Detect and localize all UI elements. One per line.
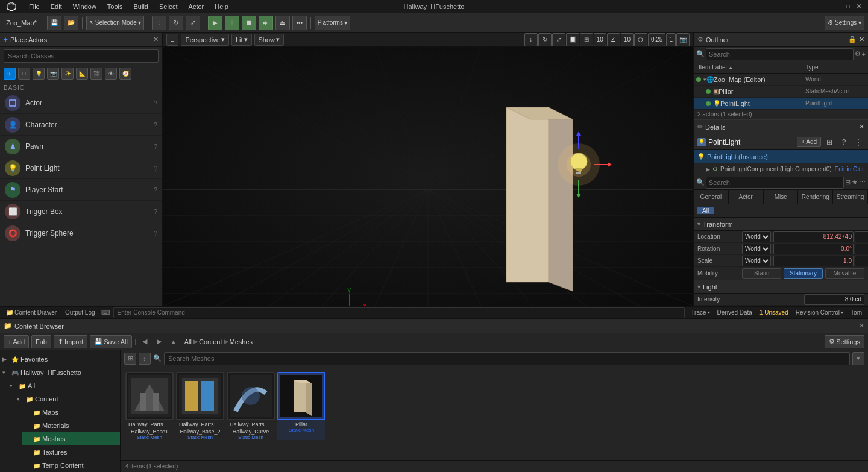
actor-tab-cinematic[interactable]: 🎬 <box>90 68 102 80</box>
window-minimize[interactable]: ─ <box>833 2 841 11</box>
viewport-perspective-btn[interactable]: Perspective▾ <box>181 34 228 46</box>
actor-help-point-light[interactable]: ? <box>154 165 157 172</box>
derived-data-btn[interactable]: Derived Data <box>715 309 755 316</box>
details-grid-btn[interactable]: ⊞ <box>823 136 835 148</box>
actor-tab-nav[interactable]: 🧭 <box>119 68 131 80</box>
actor-help-trigger-sphere[interactable]: ? <box>154 230 157 237</box>
cb-nav-up-btn[interactable]: ▲ <box>168 336 180 348</box>
actor-help-pawn[interactable]: ? <box>154 143 157 150</box>
search-classes-input[interactable] <box>4 49 159 63</box>
viewport-menu-btn[interactable]: ≡ <box>166 34 178 46</box>
tree-item-temp-content[interactable]: 📁 Temp Content <box>22 459 120 472</box>
cb-close-btn[interactable]: ✕ <box>859 322 864 330</box>
actor-help-trigger-box[interactable]: ? <box>154 208 157 215</box>
tree-item-favorites[interactable]: ▶ ⭐ Favorites <box>0 353 120 366</box>
skip-btn[interactable]: ⏭ <box>259 16 273 30</box>
details-component[interactable]: ▶ ⚙ PointLightComponent (LightComponent0… <box>694 163 868 175</box>
cb-search-input[interactable] <box>164 352 850 365</box>
menu-build[interactable]: Build <box>129 2 153 11</box>
cb-add-btn[interactable]: + Add <box>4 335 29 348</box>
location-select[interactable]: WorldLocal <box>742 231 771 242</box>
menu-help[interactable]: Help <box>210 2 233 11</box>
details-search-input[interactable] <box>706 177 844 189</box>
content-drawer-btn[interactable]: 📁 Content Drawer <box>4 309 59 316</box>
cb-search-dropdown[interactable]: ▾ <box>852 352 864 365</box>
translate-tool[interactable]: ↕ <box>524 33 538 46</box>
rotation-select[interactable]: WorldLocal <box>742 244 771 254</box>
stop-btn[interactable]: ⏹ <box>242 16 256 30</box>
edit-cpp-btn[interactable]: Edit in C++ <box>835 166 864 172</box>
details-instance[interactable]: 💡 PointLight (Instance) <box>694 150 868 163</box>
actor-tab-fx[interactable]: ✨ <box>61 68 74 80</box>
details-close-btn[interactable]: ✕ <box>859 123 864 131</box>
actor-item-character[interactable]: 👤 Character ? <box>0 114 162 136</box>
place-actors-close[interactable]: ✕ <box>153 36 159 43</box>
output-log-btn[interactable]: Output Log <box>63 309 97 316</box>
actor-item-trigger-box[interactable]: ⬜ Trigger Box ? <box>0 201 162 222</box>
cb-save-btn[interactable]: 💾 Save All <box>90 335 132 348</box>
tree-item-meshes[interactable]: 📁 Meshes <box>22 432 120 445</box>
outliner-item-point-light[interactable]: 💡 PointLight PointLight <box>694 98 868 110</box>
mobility-static-btn[interactable]: Static <box>742 268 781 279</box>
outliner-filter-icon[interactable]: ⚙ <box>697 36 703 43</box>
asset-pillar[interactable]: Pillar Static Mesh <box>277 372 326 440</box>
outliner-close-btn[interactable]: ✕ <box>859 36 864 43</box>
scale-tool[interactable]: ⤢ <box>552 33 565 46</box>
actor-help-player-start[interactable]: ? <box>154 186 157 194</box>
camera-tool[interactable]: 📷 <box>676 33 690 46</box>
scale-btn[interactable]: ⤢ <box>186 16 200 30</box>
details-bookmark-icon[interactable]: ★ <box>852 178 858 186</box>
rotate-btn[interactable]: ↻ <box>169 16 183 30</box>
intensity-input[interactable] <box>804 294 864 305</box>
actor-tab-shapes[interactable]: □ <box>18 68 30 80</box>
outliner-add-icon[interactable]: + <box>862 51 866 58</box>
visibility-dot[interactable] <box>696 77 701 82</box>
cmd-input[interactable] <box>113 307 685 318</box>
location-y-input[interactable] <box>855 231 868 242</box>
mobility-movable-btn[interactable]: Movable <box>825 268 864 279</box>
menu-edit[interactable]: Edit <box>46 2 67 11</box>
light-section-header[interactable]: ▾ Light <box>694 280 868 294</box>
outliner-item-zoo-map[interactable]: ▾ 🌐 Zoo_Map (Editor) World <box>694 74 868 86</box>
details-dots-icon[interactable]: ⋯ <box>859 178 866 186</box>
cb-nav-fwd-btn[interactable]: ▶ <box>153 336 165 348</box>
menu-window[interactable]: Window <box>68 2 101 11</box>
window-close[interactable]: ✕ <box>855 2 863 11</box>
visibility-dot-pillar[interactable] <box>706 89 711 94</box>
details-tab-streaming[interactable]: Streaming <box>833 190 868 204</box>
actor-help-actor[interactable]: ? <box>154 99 157 107</box>
outliner-col-label[interactable]: Item Label ▲ <box>696 64 805 71</box>
details-more-btn[interactable]: ⋮ <box>852 136 864 148</box>
outliner-settings-icon[interactable]: ⚙ <box>855 50 861 58</box>
unsaved-btn[interactable]: 1 Unsaved <box>757 309 791 316</box>
scale-x-input[interactable] <box>773 256 854 266</box>
more-btn[interactable]: ••• <box>292 16 307 30</box>
outliner-search-input[interactable] <box>706 48 854 60</box>
cb-nav-back-btn[interactable]: ◀ <box>139 336 151 348</box>
tree-item-project[interactable]: ▾ 🎮 Hallway_HFuschetto <box>0 366 120 379</box>
actor-tab-cam[interactable]: 📷 <box>47 68 59 80</box>
asset-hallway-base1[interactable]: Hallway_Parts_... Hallway_Base1 Static M… <box>125 372 174 440</box>
actor-tab-geo[interactable]: 📐 <box>76 68 88 80</box>
open-btn[interactable]: 📂 <box>64 16 78 30</box>
details-tab-general[interactable]: General <box>694 190 729 204</box>
scale-select[interactable]: WorldLocal <box>742 256 771 266</box>
rotation-y-input[interactable] <box>855 244 868 254</box>
details-tab-actor[interactable]: Actor <box>729 190 764 204</box>
actor-item-actor[interactable]: Actor ? <box>0 92 162 114</box>
angle-tool[interactable]: ∠ <box>607 33 620 46</box>
settings-btn[interactable]: ⚙ Settings ▾ <box>825 16 864 30</box>
cb-import-btn[interactable]: ⬆ Import <box>54 335 87 348</box>
location-x-input[interactable] <box>773 231 854 242</box>
menu-actor[interactable]: Actor <box>184 2 209 11</box>
window-maximize[interactable]: □ <box>844 2 852 11</box>
cb-fab-btn[interactable]: Fab <box>31 335 51 348</box>
cb-sort-btn[interactable]: ↕ <box>139 353 151 365</box>
actor-item-pawn[interactable]: ♟ Pawn ? <box>0 136 162 157</box>
outliner-item-pillar[interactable]: ▣ Pillar StaticMeshActor <box>694 86 868 98</box>
details-tab-misc[interactable]: Misc <box>764 190 799 204</box>
details-add-btn[interactable]: + Add <box>797 137 821 147</box>
asset-hallway-base2[interactable]: Hallway_Parts_... Hallway_Base_2 Static … <box>176 372 224 440</box>
scale-y-input[interactable] <box>855 256 868 266</box>
actor-item-trigger-sphere[interactable]: ⭕ Trigger Sphere ? <box>0 222 162 244</box>
